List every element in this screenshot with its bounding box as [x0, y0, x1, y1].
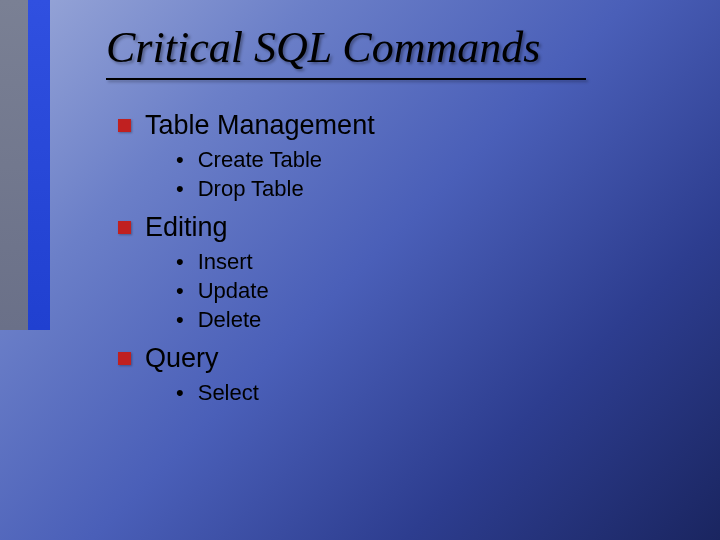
list-item: • Insert [176, 249, 375, 275]
sub-item-text: Drop Table [198, 176, 304, 202]
sub-item-text: Insert [198, 249, 253, 275]
list-item: • Select [176, 380, 375, 406]
sidebar-blue-stripe [28, 0, 50, 330]
slide-title: Critical SQL Commands [106, 22, 540, 73]
section-header: Table Management [118, 110, 375, 141]
square-bullet-icon [118, 352, 131, 365]
slide-sidebar [0, 0, 50, 330]
list-item: • Drop Table [176, 176, 375, 202]
section-table-management: Table Management • Create Table • Drop T… [118, 110, 375, 202]
section-editing: Editing • Insert • Update • Delete [118, 212, 375, 333]
list-item: • Update [176, 278, 375, 304]
sub-list: • Create Table • Drop Table [176, 147, 375, 202]
dot-bullet-icon: • [176, 309, 184, 331]
sub-item-text: Create Table [198, 147, 322, 173]
dot-bullet-icon: • [176, 382, 184, 404]
sub-list: • Select [176, 380, 375, 406]
sub-item-text: Update [198, 278, 269, 304]
list-item: • Create Table [176, 147, 375, 173]
section-header: Editing [118, 212, 375, 243]
sub-item-text: Delete [198, 307, 262, 333]
dot-bullet-icon: • [176, 149, 184, 171]
sub-item-text: Select [198, 380, 259, 406]
dot-bullet-icon: • [176, 280, 184, 302]
section-header: Query [118, 343, 375, 374]
square-bullet-icon [118, 119, 131, 132]
dot-bullet-icon: • [176, 251, 184, 273]
sidebar-gray-stripe [0, 0, 28, 330]
section-title: Query [145, 343, 219, 374]
section-query: Query • Select [118, 343, 375, 406]
section-title: Editing [145, 212, 228, 243]
square-bullet-icon [118, 221, 131, 234]
dot-bullet-icon: • [176, 178, 184, 200]
list-item: • Delete [176, 307, 375, 333]
slide-content: Table Management • Create Table • Drop T… [118, 110, 375, 416]
section-title: Table Management [145, 110, 375, 141]
sub-list: • Insert • Update • Delete [176, 249, 375, 333]
title-underline [106, 78, 586, 80]
